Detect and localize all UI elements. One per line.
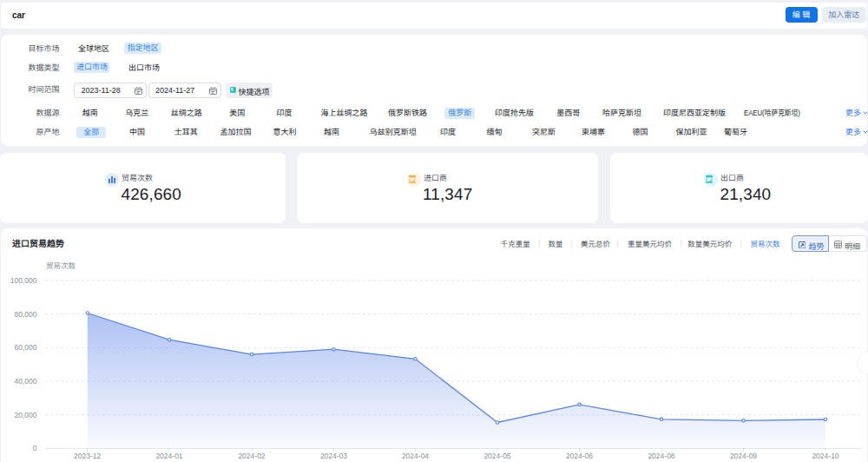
svg-text:2024-06: 2024-06 xyxy=(566,452,593,460)
svg-text:60,000: 60,000 xyxy=(15,343,37,352)
svg-text:2024-05: 2024-05 xyxy=(483,452,510,460)
svg-text:40,000: 40,000 xyxy=(15,377,37,386)
svg-text:2024-09: 2024-09 xyxy=(730,452,757,460)
svg-text:2024-04: 2024-04 xyxy=(402,452,429,460)
svg-text:2024-02: 2024-02 xyxy=(238,452,265,460)
svg-text:0: 0 xyxy=(33,444,37,452)
svg-text:2024-03: 2024-03 xyxy=(320,452,347,460)
svg-text:贸易次数: 贸易次数 xyxy=(46,261,76,270)
svg-text:80,000: 80,000 xyxy=(15,310,37,319)
svg-text:2024-10: 2024-10 xyxy=(812,452,838,460)
svg-text:2023-12: 2023-12 xyxy=(74,452,101,460)
svg-text:20,000: 20,000 xyxy=(15,411,37,419)
svg-text:2024-08: 2024-08 xyxy=(648,452,674,460)
svg-text:100,000: 100,000 xyxy=(10,276,37,285)
svg-text:2024-01: 2024-01 xyxy=(155,452,182,460)
